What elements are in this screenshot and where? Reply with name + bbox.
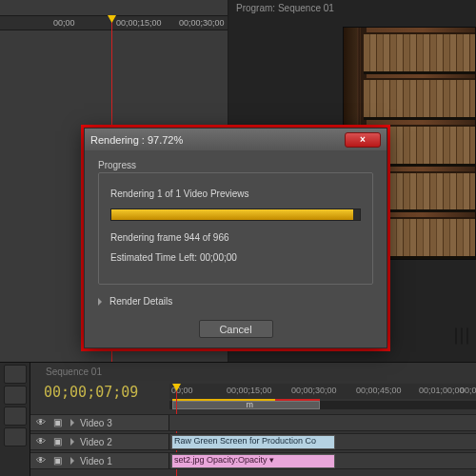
status-text: Rendering 1 of 1 Video Previews	[110, 188, 361, 199]
render-details-label: Render Details	[109, 296, 172, 307]
track-video-3[interactable]: 👁 ▣ Video 3	[30, 414, 476, 431]
ruler-tick: 00;01;15;00	[460, 386, 476, 395]
tool-palette[interactable]	[0, 363, 30, 476]
chevron-right-icon[interactable]	[70, 438, 74, 446]
ruler-tick: 00;00;15;00	[227, 386, 272, 395]
track-target-icon[interactable]: ▣	[53, 436, 65, 447]
eye-icon[interactable]: 👁	[36, 436, 48, 447]
cancel-button[interactable]: Cancel	[199, 320, 273, 338]
program-panel-tab[interactable]: Program: Sequence 01	[230, 0, 340, 16]
frame-text: Rendering frame 944 of 966	[110, 232, 361, 243]
clip-video-1[interactable]: set2.jpg Opacity:Opacity ▾	[171, 454, 335, 468]
render-progress-bar	[110, 208, 361, 221]
ruler-tick: 00;00;45;00	[356, 386, 402, 395]
clip-video-2[interactable]: Raw Green Screen for Production Co	[171, 435, 335, 449]
eye-icon[interactable]: 👁	[36, 455, 48, 466]
transport-button[interactable]	[461, 327, 463, 345]
tool-button[interactable]	[4, 427, 27, 446]
ruler-tick: 00;00;30;00	[291, 386, 337, 395]
work-area-bar[interactable]: m	[172, 401, 320, 409]
transport-button[interactable]	[455, 327, 457, 345]
ruler-tick: 00;00	[53, 18, 75, 28]
eye-icon[interactable]: 👁	[36, 417, 48, 428]
render-details-toggle[interactable]: Render Details	[98, 296, 373, 307]
timeline-timecode[interactable]: 00;00;07;09	[44, 384, 138, 401]
track-video-2[interactable]: 👁 ▣ Video 2 Raw Green Screen for Product…	[30, 433, 476, 450]
progress-group-label: Progress	[98, 160, 373, 170]
tool-button[interactable]	[4, 407, 27, 426]
timeline-ruler[interactable]: 00;00 00;00;15;00 00;00;30;00 00;00;45;0…	[169, 384, 476, 399]
close-button[interactable]: ×	[345, 132, 381, 148]
track-target-icon[interactable]: ▣	[53, 455, 65, 466]
chevron-right-icon	[98, 298, 102, 306]
ruler-tick: 00;01;00;00	[419, 386, 465, 395]
dialog-title: Rendering : 97.72%	[90, 134, 345, 146]
work-area-label: m	[247, 400, 254, 409]
rendering-dialog: Rendering : 97.72% × Progress Rendering …	[84, 128, 387, 348]
ruler-tick: 00;00;15;00	[116, 18, 162, 28]
ruler-tick: 00;00;30;00	[179, 18, 225, 28]
tool-button[interactable]	[4, 365, 27, 384]
track-video-1[interactable]: 👁 ▣ Video 1 set2.jpg Opacity:Opacity ▾	[30, 452, 476, 469]
track-target-icon[interactable]: ▣	[53, 417, 65, 428]
chevron-right-icon[interactable]	[70, 419, 74, 426]
track-label: Video 2	[80, 437, 112, 447]
transport-button[interactable]	[466, 327, 468, 345]
sequence-tab[interactable]: Sequence 01	[40, 366, 108, 378]
tool-button[interactable]	[4, 386, 27, 405]
eta-text: Estimated Time Left: 00;00;00	[110, 252, 361, 263]
track-label: Video 1	[80, 456, 112, 466]
chevron-right-icon[interactable]	[70, 457, 74, 465]
track-label: Video 3	[80, 418, 112, 428]
transport-controls[interactable]	[457, 324, 476, 337]
